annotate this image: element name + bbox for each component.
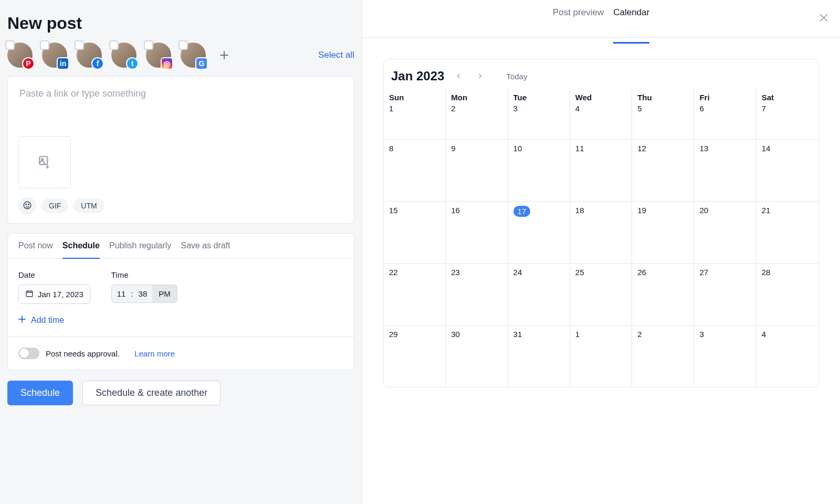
right-header: Post previewCalendar: [362, 0, 840, 38]
calendar-day[interactable]: 4: [757, 325, 818, 387]
approval-row: Post needs approval. Learn more: [8, 337, 354, 370]
add-media-button[interactable]: [18, 136, 71, 188]
calendar-day[interactable]: 24: [508, 263, 570, 325]
calendar-day-number: 21: [762, 206, 771, 215]
add-account-button[interactable]: [215, 46, 233, 64]
close-button[interactable]: [818, 12, 830, 26]
calendar-grid: Sun1Mon2Tue3Wed4Thu5Fri6Sat7891011121314…: [384, 89, 818, 387]
preview-tab-post-preview[interactable]: Post preview: [553, 7, 604, 30]
calendar-day[interactable]: Wed4: [570, 89, 632, 139]
utm-button[interactable]: UTM: [74, 198, 104, 213]
calendar-day[interactable]: 29: [384, 325, 446, 387]
calendar-day[interactable]: 18: [570, 201, 632, 263]
calendar-day-number: 29: [389, 330, 398, 339]
preview-tab-calendar[interactable]: Calendar: [613, 7, 649, 44]
calendar-day[interactable]: 3: [694, 325, 756, 387]
schedule-tab-schedule[interactable]: Schedule: [62, 241, 100, 259]
learn-more-link[interactable]: Learn more: [134, 349, 175, 358]
calendar-day[interactable]: 2: [632, 325, 694, 387]
calendar-day[interactable]: 28: [757, 263, 818, 325]
gif-button[interactable]: GIF: [41, 198, 68, 213]
account-checkbox[interactable]: [144, 40, 153, 50]
date-picker-button[interactable]: Jan 17, 2023: [18, 285, 90, 304]
time-input[interactable]: 11 : 38 PM: [111, 285, 177, 303]
calendar-day[interactable]: 12: [632, 139, 694, 201]
calendar-day-number: 17: [513, 206, 531, 217]
time-minute[interactable]: 38: [133, 285, 153, 302]
calendar-day-number: 2: [637, 330, 642, 339]
next-month-button[interactable]: [474, 70, 486, 82]
calendar-day[interactable]: 14: [757, 139, 818, 201]
calendar-day[interactable]: 27: [694, 263, 756, 325]
post-text-input[interactable]: [18, 87, 343, 134]
calendar-day[interactable]: 26: [632, 263, 694, 325]
emoji-picker-button[interactable]: [18, 197, 36, 215]
account-checkbox[interactable]: [178, 40, 188, 50]
calendar-day-number: 3: [699, 330, 704, 339]
calendar-day[interactable]: 1: [570, 325, 632, 387]
calendar-day[interactable]: 23: [446, 263, 508, 325]
account-checkbox[interactable]: [5, 40, 15, 50]
date-label: Date: [18, 270, 90, 279]
calendar-day-number: 7: [762, 104, 766, 113]
schedule-tab-post-now[interactable]: Post now: [18, 241, 53, 258]
account-checkbox[interactable]: [75, 40, 84, 50]
calendar-day[interactable]: 11: [570, 139, 632, 201]
calendar-day-number: 27: [699, 268, 708, 277]
calendar-day[interactable]: Fri6: [694, 89, 756, 139]
prev-month-button[interactable]: [453, 70, 465, 82]
smiley-icon: [23, 201, 32, 212]
calendar-day[interactable]: 30: [446, 325, 508, 387]
calendar-day[interactable]: 31: [508, 325, 570, 387]
compose-pane: New post Pinft◎G Select all GIF UTM Post…: [0, 0, 362, 504]
calendar-day[interactable]: Tue3: [508, 89, 570, 139]
calendar-day[interactable]: 8: [384, 139, 446, 201]
calendar-day[interactable]: 19: [632, 201, 694, 263]
calendar-day-number: 15: [389, 206, 398, 215]
today-button[interactable]: Today: [506, 72, 527, 81]
calendar-day[interactable]: Mon2: [446, 89, 508, 139]
calendar-day[interactable]: 20: [694, 201, 756, 263]
calendar-icon: [25, 289, 34, 299]
calendar-day[interactable]: 9: [446, 139, 508, 201]
calendar-day[interactable]: 16: [446, 201, 508, 263]
calendar-day-header: Thu: [637, 93, 688, 104]
approval-toggle[interactable]: [18, 348, 39, 359]
calendar-day-header: Fri: [699, 93, 750, 104]
calendar-day[interactable]: 17: [508, 201, 570, 263]
calendar-day[interactable]: 13: [694, 139, 756, 201]
calendar-day[interactable]: 21: [757, 201, 818, 263]
plus-icon: [18, 316, 26, 325]
schedule-and-another-button[interactable]: Schedule & create another: [82, 381, 220, 405]
calendar-day-number: 5: [637, 104, 642, 113]
account-twitter[interactable]: t: [111, 43, 136, 68]
account-checkbox[interactable]: [40, 40, 49, 50]
calendar-day[interactable]: 25: [570, 263, 632, 325]
calendar-day[interactable]: 10: [508, 139, 570, 201]
calendar-day[interactable]: 22: [384, 263, 446, 325]
account-pinterest[interactable]: P: [7, 43, 33, 68]
composer-toolbar: GIF UTM: [18, 197, 343, 215]
schedule-card: Post nowSchedulePublish regularlySave as…: [7, 233, 354, 370]
image-add-icon: [38, 155, 51, 170]
time-hour[interactable]: 11: [112, 285, 131, 302]
calendar-day-number: 31: [513, 330, 522, 339]
account-facebook[interactable]: f: [77, 43, 102, 68]
calendar-day[interactable]: 15: [384, 201, 446, 263]
svg-rect-5: [26, 291, 33, 297]
schedule-button[interactable]: Schedule: [7, 381, 73, 405]
calendar-day[interactable]: Sat7: [757, 89, 818, 139]
account-google[interactable]: G: [181, 43, 206, 68]
add-time-button[interactable]: Add time: [18, 316, 343, 325]
select-all-link[interactable]: Select all: [318, 50, 354, 60]
calendar-day[interactable]: Thu5: [632, 89, 694, 139]
account-checkbox[interactable]: [109, 40, 119, 50]
calendar-day[interactable]: Sun1: [384, 89, 446, 139]
account-instagram[interactable]: ◎: [146, 43, 171, 68]
schedule-tab-save-as-draft[interactable]: Save as draft: [181, 241, 230, 258]
time-ampm-toggle[interactable]: PM: [152, 285, 177, 302]
calendar-day-number: 13: [699, 144, 708, 153]
account-linkedin[interactable]: in: [42, 43, 67, 68]
schedule-tab-publish-regularly[interactable]: Publish regularly: [109, 241, 171, 258]
calendar-day-number: 25: [575, 268, 584, 277]
